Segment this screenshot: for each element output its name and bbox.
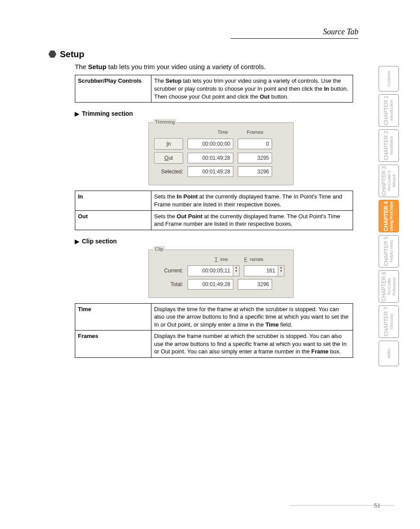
current-label: Current: — [154, 267, 183, 274]
selected-label: Selected: — [154, 168, 183, 175]
triangle-right-icon: ▶ — [75, 110, 79, 117]
table-row: Scrubber/Play Controls The Setup tab let… — [75, 75, 353, 103]
trimming-legend: Trimming — [153, 119, 177, 125]
in-frames-field[interactable]: 0 — [238, 139, 272, 149]
table-row: Out Sets the Out Point at the currently … — [75, 210, 353, 230]
col-time-label: Time — [188, 256, 231, 263]
clip-legend: Clip — [153, 246, 165, 253]
svg-marker-0 — [48, 51, 56, 58]
setup-heading: Setup — [48, 48, 394, 61]
out-button[interactable]: Out — [154, 152, 183, 164]
trimming-table: In Sets the In Point at the currently di… — [75, 191, 353, 230]
nav-tab-chapter-3[interactable]: CHAPTER 3ProCoder 3 Wizard — [379, 165, 399, 197]
arrow-up-icon[interactable]: ▲ — [278, 266, 284, 269]
total-label: Total: — [154, 281, 183, 288]
nav-tab-chapter-1[interactable]: CHAPTER 1Introduction — [379, 94, 399, 127]
page-number: 51 — [374, 502, 380, 510]
table-row: In Sets the In Point at the currently di… — [75, 191, 353, 210]
arrow-down-icon[interactable]: ▼ — [233, 269, 239, 273]
col-frames-label: Frames — [235, 129, 266, 136]
in-row-desc: Sets the In Point at the currently displ… — [151, 191, 353, 210]
triangle-right-icon: ▶ — [75, 238, 79, 245]
selected-time-field: 00:01:49;28 — [188, 166, 233, 177]
clip-table: Time Displays the time for the frame at … — [75, 303, 353, 358]
in-time-field[interactable]: 00:00:00;00 — [188, 139, 233, 149]
hexagon-icon — [48, 49, 56, 61]
nav-tab-chapter-4[interactable]: CHAPTER 4Using ProCoder — [379, 200, 399, 232]
setup-lead: The Setup tab lets you trim your video u… — [75, 62, 394, 71]
scrubber-play-controls-label: Scrubber/Play Controls — [75, 75, 151, 103]
clip-section-heading: ▶Clip section — [75, 237, 394, 246]
col-time-label: Time — [188, 129, 231, 136]
out-row-desc: Sets the Out Point at the currently disp… — [151, 210, 353, 230]
footer-rule — [48, 505, 394, 506]
arrow-down-icon[interactable]: ▼ — [278, 269, 284, 273]
setup-heading-text: Setup — [60, 49, 85, 59]
clip-panel: Clip Time Frames Current: 00:00:05;11 ▲▼… — [148, 250, 294, 298]
in-row-label: In — [75, 191, 151, 210]
current-time-spinner[interactable]: 00:00:05;11 ▲▼ — [188, 265, 239, 276]
page-section-title: Source Tab — [231, 26, 358, 39]
nav-tab-chapter-2[interactable]: CHAPTER 2Installation — [379, 129, 399, 162]
out-frames-field[interactable]: 3295 — [238, 153, 272, 163]
table-row: Time Displays the time for the frame at … — [75, 303, 353, 331]
setup-table: Scrubber/Play Controls The Setup tab let… — [75, 75, 353, 103]
current-frames-field[interactable]: 161 — [244, 265, 278, 276]
trimming-section-heading: ▶Trimming section — [75, 110, 394, 118]
frames-row-label: Frames — [75, 331, 151, 358]
col-frames-label: Frames — [235, 256, 266, 263]
table-row: Frames Displays the frame number at whic… — [75, 331, 353, 358]
current-frames-spinner[interactable]: 161 ▲▼ — [244, 265, 284, 276]
current-time-field[interactable]: 00:00:05;11 — [188, 265, 233, 276]
nav-tab-chapter-6[interactable]: CHAPTER 6ProCoder Reference — [379, 270, 399, 303]
time-row-desc: Displays the time for the frame at which… — [151, 303, 353, 331]
out-row-label: Out — [75, 210, 151, 230]
nav-tab-chapter-7[interactable]: CHAPTER 7Glossary — [379, 305, 399, 338]
side-nav: Contents CHAPTER 1Introduction CHAPTER 2… — [379, 66, 399, 369]
out-time-field[interactable]: 00:01:49;28 — [188, 153, 233, 163]
nav-tab-index[interactable]: Index — [379, 341, 399, 366]
selected-frames-field: 3296 — [238, 166, 272, 177]
trimming-panel: Trimming Time Frames In 00:00:00;00 0 Ou… — [148, 122, 294, 185]
nav-tab-contents[interactable]: Contents — [379, 66, 399, 92]
total-frames-field: 3296 — [238, 279, 272, 290]
in-button[interactable]: In — [154, 138, 183, 150]
nav-tab-chapter-5[interactable]: CHAPTER 5Helpful Hints — [379, 235, 399, 268]
total-time-field: 00:01:49;28 — [188, 279, 233, 290]
arrow-up-icon[interactable]: ▲ — [233, 266, 239, 269]
time-row-label: Time — [75, 303, 151, 331]
scrubber-play-controls-desc: The Setup tab lets you trim your video u… — [151, 75, 353, 103]
frames-row-desc: Displays the frame number at which the s… — [151, 331, 353, 358]
